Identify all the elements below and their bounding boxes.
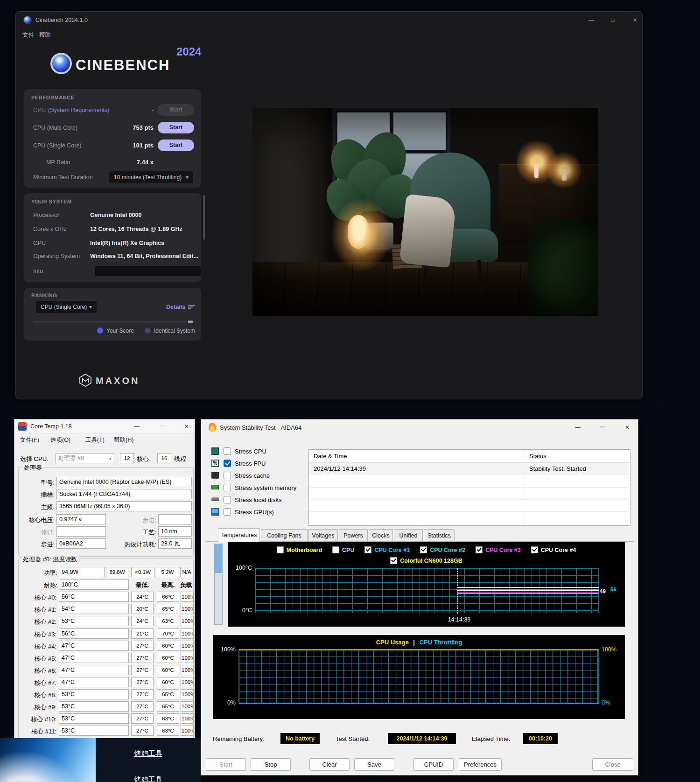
- preferences-button[interactable]: Preferences: [459, 758, 502, 771]
- menu-file[interactable]: 文件(F): [20, 436, 39, 444]
- core-row-label: 核心 #2:: [14, 618, 56, 626]
- menu-tools[interactable]: 工具(T): [85, 436, 105, 444]
- legend-checkbox[interactable]: [420, 546, 427, 553]
- core-min-value: 24°C: [131, 616, 154, 626]
- stress-memory-checkbox[interactable]: [224, 484, 231, 491]
- tab-unified[interactable]: Unified: [394, 529, 423, 541]
- start-button[interactable]: Start: [206, 758, 246, 771]
- menu-options[interactable]: 选项(O): [50, 436, 70, 444]
- log-time: 2024/1/12 14:14:39: [314, 465, 366, 472]
- clear-button[interactable]: Clear: [309, 758, 350, 771]
- legend-checkbox[interactable]: [390, 557, 397, 564]
- usage-title-separator: |: [410, 639, 418, 646]
- temperature-legend: Motherboard CPU CPU Core #1 CPU Core #2 …: [228, 546, 625, 553]
- minimize-button[interactable]: —: [130, 422, 143, 431]
- details-link[interactable]: Details: [166, 304, 185, 310]
- duration-label: Minimum Test Duration: [33, 174, 93, 181]
- tab-statistics[interactable]: Statistics: [424, 529, 455, 541]
- core-load-value: 100%: [181, 726, 194, 736]
- core-temp-value: 47°C: [59, 665, 129, 675]
- thread-count-label: 线程: [174, 455, 186, 463]
- ranking-scroll-handle[interactable]: [188, 321, 193, 323]
- cpu-single-start-button[interactable]: Start: [158, 140, 194, 151]
- stress-cpu-checkbox[interactable]: [224, 447, 231, 455]
- info-field[interactable]: [95, 266, 201, 276]
- close-button[interactable]: ✕: [180, 422, 193, 431]
- power-field: N/A: [180, 567, 193, 577]
- close-test-button[interactable]: Close: [592, 758, 633, 771]
- panel-scrollbar[interactable]: [203, 195, 205, 240]
- core-min-value: 27°C: [131, 701, 154, 712]
- core-max-value: 65°C: [157, 604, 179, 614]
- stress-gpu-checkbox[interactable]: [224, 508, 231, 516]
- core-load-value: 100%: [181, 641, 194, 651]
- ranking-filter-dropdown[interactable]: CPU (Single Core) ▾: [36, 301, 97, 313]
- processor-value: Genuine Intel 0000: [90, 212, 141, 218]
- core-min-value: 20°C: [131, 604, 154, 614]
- core-load-value: 100%: [181, 616, 194, 626]
- stress-gpu-label: Stress GPU(s): [235, 509, 274, 516]
- maximize-button[interactable]: □: [595, 423, 609, 432]
- frequency-label: 主频:: [28, 503, 55, 511]
- maximize-button[interactable]: □: [606, 15, 620, 25]
- column-header-status[interactable]: Status: [529, 453, 546, 460]
- time-axis-label: 14:14:39: [443, 616, 476, 623]
- test-started-label: Test Started:: [336, 735, 370, 742]
- model-field: Genuine Intel 0000 (Raptor Lake-M/P) (ES…: [56, 477, 192, 487]
- usage-left-max: 100%: [217, 646, 236, 653]
- legend-checkbox[interactable]: [332, 546, 339, 553]
- menu-help[interactable]: 帮助: [39, 31, 51, 39]
- legend-checkbox[interactable]: [476, 546, 483, 553]
- close-button[interactable]: ✕: [620, 423, 634, 432]
- tab-voltages[interactable]: Voltages: [308, 529, 338, 541]
- os-value: Windows 11, 64 Bit, Professional Edit...: [90, 253, 198, 259]
- legend-checkbox[interactable]: [531, 546, 538, 553]
- tab-temperatures[interactable]: Temperatures: [218, 528, 260, 542]
- core-temp-value: 56°C: [59, 628, 129, 639]
- tab-clocks[interactable]: Clocks: [369, 529, 393, 541]
- cpu-select-dropdown[interactable]: 处理器 #0 ▾: [56, 453, 114, 463]
- legend-label: Colorful CN600 128GB: [400, 558, 462, 564]
- tab-powers[interactable]: Powers: [339, 529, 368, 541]
- core-min-value: 27°C: [131, 689, 154, 699]
- gpu-start-button[interactable]: Start: [158, 104, 194, 116]
- legend-checkbox[interactable]: [277, 546, 284, 553]
- folder-title-partial[interactable]: 烤鸡工具: [96, 775, 201, 782]
- cpu-multi-start-button[interactable]: Start: [158, 122, 194, 133]
- tab-cooling-fans[interactable]: Cooling Fans: [261, 529, 308, 541]
- menu-help[interactable]: 帮助(H): [114, 436, 133, 444]
- gpu-label: GPU: [33, 240, 46, 246]
- chart-zoom-slider[interactable]: [214, 544, 223, 625]
- menu-file[interactable]: 文件: [22, 31, 34, 39]
- minimize-button[interactable]: —: [584, 15, 598, 25]
- cpuid-button[interactable]: CPUID: [413, 758, 454, 771]
- usage-title: CPU Usage: [376, 639, 409, 646]
- core-min-value: 27°C: [131, 641, 154, 651]
- maximize-button[interactable]: □: [156, 422, 169, 431]
- legend-label: Motherboard: [287, 547, 322, 553]
- save-button[interactable]: Save: [354, 758, 394, 771]
- duration-dropdown[interactable]: 10 minutes (Test Throttling) ▾: [109, 171, 193, 183]
- thread-count-field: 16: [157, 453, 171, 463]
- processor-group-label: 处理器: [22, 464, 44, 472]
- stop-button[interactable]: Stop: [251, 758, 291, 771]
- cinebench-year: 2024: [176, 45, 201, 58]
- column-header-datetime[interactable]: Date & Time: [314, 453, 347, 460]
- close-button[interactable]: ✕: [628, 15, 642, 25]
- cores-label: Cores x GHz: [33, 226, 67, 232]
- revision-label: 修订:: [18, 528, 55, 537]
- legend-checkbox[interactable]: [364, 546, 371, 553]
- minimize-button[interactable]: —: [571, 423, 585, 432]
- folder-title[interactable]: 烤鸡工具: [96, 749, 201, 758]
- table-row[interactable]: 2024/1/12 14:14:39 Stability Test: Start…: [309, 463, 630, 475]
- stress-fpu-checkbox[interactable]: [224, 460, 231, 467]
- ranking-scroll-track[interactable]: [33, 321, 193, 322]
- coretemp-window: Core Temp 1.18 — □ ✕ 文件(F) 选项(O) 工具(T) 帮…: [14, 419, 195, 746]
- your-score-dot: [97, 328, 103, 334]
- stress-disks-checkbox[interactable]: [224, 496, 231, 503]
- temperature-legend-row2: Colorful CN600 128GB: [228, 557, 625, 564]
- temps-group-label: 处理器 #0: 温度读数: [21, 555, 79, 564]
- stress-cache-checkbox[interactable]: [224, 472, 231, 479]
- core-row-label: 核心 #0:: [14, 593, 56, 602]
- cpu-single-score: 101 pts: [98, 142, 154, 149]
